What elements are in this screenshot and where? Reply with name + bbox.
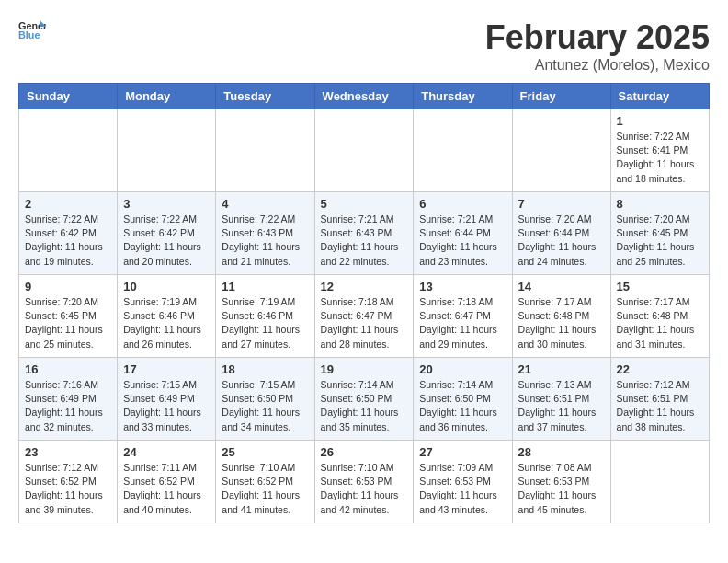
- table-row: 22Sunrise: 7:12 AM Sunset: 6:51 PM Dayli…: [610, 358, 709, 441]
- table-row: 23Sunrise: 7:12 AM Sunset: 6:52 PM Dayli…: [19, 441, 118, 523]
- table-row: 28Sunrise: 7:08 AM Sunset: 6:53 PM Dayli…: [512, 441, 610, 523]
- day-number: 16: [25, 362, 111, 376]
- day-info: Sunrise: 7:19 AM Sunset: 6:46 PM Dayligh…: [123, 295, 210, 351]
- day-info: Sunrise: 7:22 AM Sunset: 6:42 PM Dayligh…: [123, 213, 210, 269]
- day-number: 14: [518, 280, 605, 293]
- day-number: 15: [617, 280, 703, 293]
- week-row-4: 16Sunrise: 7:16 AM Sunset: 6:49 PM Dayli…: [19, 358, 710, 441]
- table-row: 2Sunrise: 7:22 AM Sunset: 6:42 PM Daylig…: [19, 192, 118, 275]
- header-wednesday: Wednesday: [314, 84, 414, 109]
- table-row: 21Sunrise: 7:13 AM Sunset: 6:51 PM Dayli…: [512, 358, 610, 441]
- day-number: 21: [518, 362, 605, 376]
- day-number: 23: [25, 445, 111, 459]
- day-info: Sunrise: 7:14 AM Sunset: 6:50 PM Dayligh…: [321, 378, 408, 434]
- table-row: 15Sunrise: 7:17 AM Sunset: 6:48 PM Dayli…: [610, 275, 709, 358]
- table-row: 3Sunrise: 7:22 AM Sunset: 6:42 PM Daylig…: [118, 192, 216, 275]
- day-number: 3: [123, 197, 210, 211]
- table-row: 26Sunrise: 7:10 AM Sunset: 6:53 PM Dayli…: [314, 441, 414, 523]
- day-info: Sunrise: 7:20 AM Sunset: 6:45 PM Dayligh…: [25, 295, 111, 351]
- header-tuesday: Tuesday: [216, 84, 314, 109]
- table-row: 13Sunrise: 7:18 AM Sunset: 6:47 PM Dayli…: [414, 275, 512, 358]
- calendar-table: Sunday Monday Tuesday Wednesday Thursday…: [18, 83, 710, 523]
- week-row-3: 9Sunrise: 7:20 AM Sunset: 6:45 PM Daylig…: [19, 275, 710, 358]
- day-number: 20: [419, 362, 506, 376]
- logo: General Blue: [18, 18, 46, 40]
- table-row: 4Sunrise: 7:22 AM Sunset: 6:43 PM Daylig…: [216, 192, 314, 275]
- day-info: Sunrise: 7:22 AM Sunset: 6:41 PM Dayligh…: [617, 130, 703, 186]
- day-info: Sunrise: 7:21 AM Sunset: 6:43 PM Dayligh…: [321, 213, 408, 269]
- table-row: 14Sunrise: 7:17 AM Sunset: 6:48 PM Dayli…: [512, 275, 610, 358]
- day-info: Sunrise: 7:15 AM Sunset: 6:49 PM Dayligh…: [123, 378, 210, 434]
- table-row: [19, 109, 118, 192]
- table-row: 17Sunrise: 7:15 AM Sunset: 6:49 PM Dayli…: [118, 358, 216, 441]
- table-row: [118, 109, 216, 192]
- day-number: 22: [617, 362, 703, 376]
- day-info: Sunrise: 7:09 AM Sunset: 6:53 PM Dayligh…: [419, 461, 506, 517]
- table-row: [314, 109, 414, 192]
- day-info: Sunrise: 7:11 AM Sunset: 6:52 PM Dayligh…: [123, 461, 210, 517]
- table-row: 24Sunrise: 7:11 AM Sunset: 6:52 PM Dayli…: [118, 441, 216, 523]
- table-row: [512, 109, 610, 192]
- header-monday: Monday: [118, 84, 216, 109]
- day-number: 10: [123, 280, 210, 293]
- day-number: 11: [222, 280, 308, 293]
- table-row: 7Sunrise: 7:20 AM Sunset: 6:44 PM Daylig…: [512, 192, 610, 275]
- week-row-5: 23Sunrise: 7:12 AM Sunset: 6:52 PM Dayli…: [19, 441, 710, 523]
- day-info: Sunrise: 7:10 AM Sunset: 6:52 PM Dayligh…: [222, 461, 308, 517]
- day-number: 1: [617, 114, 703, 128]
- day-number: 12: [321, 280, 408, 293]
- logo-icon: General Blue: [18, 18, 46, 40]
- title-area: February 2025 Antunez (Morelos), Mexico: [485, 18, 710, 74]
- day-number: 9: [25, 280, 111, 293]
- week-row-1: 1Sunrise: 7:22 AM Sunset: 6:41 PM Daylig…: [19, 109, 710, 192]
- day-number: 4: [222, 197, 308, 211]
- day-info: Sunrise: 7:21 AM Sunset: 6:44 PM Dayligh…: [419, 213, 506, 269]
- day-number: 2: [25, 197, 111, 211]
- day-number: 7: [518, 197, 605, 211]
- day-number: 18: [222, 362, 308, 376]
- table-row: 8Sunrise: 7:20 AM Sunset: 6:45 PM Daylig…: [610, 192, 709, 275]
- day-info: Sunrise: 7:10 AM Sunset: 6:53 PM Dayligh…: [321, 461, 408, 517]
- table-row: 25Sunrise: 7:10 AM Sunset: 6:52 PM Dayli…: [216, 441, 314, 523]
- day-info: Sunrise: 7:12 AM Sunset: 6:51 PM Dayligh…: [617, 378, 703, 434]
- day-info: Sunrise: 7:12 AM Sunset: 6:52 PM Dayligh…: [25, 461, 111, 517]
- day-number: 17: [123, 362, 210, 376]
- table-row: 18Sunrise: 7:15 AM Sunset: 6:50 PM Dayli…: [216, 358, 314, 441]
- day-info: Sunrise: 7:22 AM Sunset: 6:43 PM Dayligh…: [222, 213, 308, 269]
- weekday-header-row: Sunday Monday Tuesday Wednesday Thursday…: [19, 84, 710, 109]
- table-row: 1Sunrise: 7:22 AM Sunset: 6:41 PM Daylig…: [610, 109, 709, 192]
- day-number: 26: [321, 445, 408, 459]
- day-info: Sunrise: 7:19 AM Sunset: 6:46 PM Dayligh…: [222, 295, 308, 351]
- day-info: Sunrise: 7:13 AM Sunset: 6:51 PM Dayligh…: [518, 378, 605, 434]
- table-row: 5Sunrise: 7:21 AM Sunset: 6:43 PM Daylig…: [314, 192, 414, 275]
- location-subtitle: Antunez (Morelos), Mexico: [485, 57, 710, 74]
- table-row: 16Sunrise: 7:16 AM Sunset: 6:49 PM Dayli…: [19, 358, 118, 441]
- table-row: 9Sunrise: 7:20 AM Sunset: 6:45 PM Daylig…: [19, 275, 118, 358]
- table-row: 19Sunrise: 7:14 AM Sunset: 6:50 PM Dayli…: [314, 358, 414, 441]
- day-info: Sunrise: 7:14 AM Sunset: 6:50 PM Dayligh…: [419, 378, 506, 434]
- day-number: 19: [321, 362, 408, 376]
- header-thursday: Thursday: [414, 84, 512, 109]
- day-number: 28: [518, 445, 605, 459]
- table-row: 6Sunrise: 7:21 AM Sunset: 6:44 PM Daylig…: [414, 192, 512, 275]
- table-row: 27Sunrise: 7:09 AM Sunset: 6:53 PM Dayli…: [414, 441, 512, 523]
- day-info: Sunrise: 7:20 AM Sunset: 6:44 PM Dayligh…: [518, 213, 605, 269]
- day-info: Sunrise: 7:15 AM Sunset: 6:50 PM Dayligh…: [222, 378, 308, 434]
- day-info: Sunrise: 7:17 AM Sunset: 6:48 PM Dayligh…: [617, 295, 703, 351]
- table-row: [414, 109, 512, 192]
- table-row: 20Sunrise: 7:14 AM Sunset: 6:50 PM Dayli…: [414, 358, 512, 441]
- header-saturday: Saturday: [610, 84, 709, 109]
- day-info: Sunrise: 7:18 AM Sunset: 6:47 PM Dayligh…: [321, 295, 408, 351]
- day-number: 25: [222, 445, 308, 459]
- day-number: 13: [419, 280, 506, 293]
- day-number: 6: [419, 197, 506, 211]
- day-info: Sunrise: 7:16 AM Sunset: 6:49 PM Dayligh…: [25, 378, 111, 434]
- week-row-2: 2Sunrise: 7:22 AM Sunset: 6:42 PM Daylig…: [19, 192, 710, 275]
- header-sunday: Sunday: [19, 84, 118, 109]
- header-friday: Friday: [512, 84, 610, 109]
- day-info: Sunrise: 7:20 AM Sunset: 6:45 PM Dayligh…: [617, 213, 703, 269]
- table-row: 11Sunrise: 7:19 AM Sunset: 6:46 PM Dayli…: [216, 275, 314, 358]
- table-row: 12Sunrise: 7:18 AM Sunset: 6:47 PM Dayli…: [314, 275, 414, 358]
- day-info: Sunrise: 7:22 AM Sunset: 6:42 PM Dayligh…: [25, 213, 111, 269]
- day-info: Sunrise: 7:18 AM Sunset: 6:47 PM Dayligh…: [419, 295, 506, 351]
